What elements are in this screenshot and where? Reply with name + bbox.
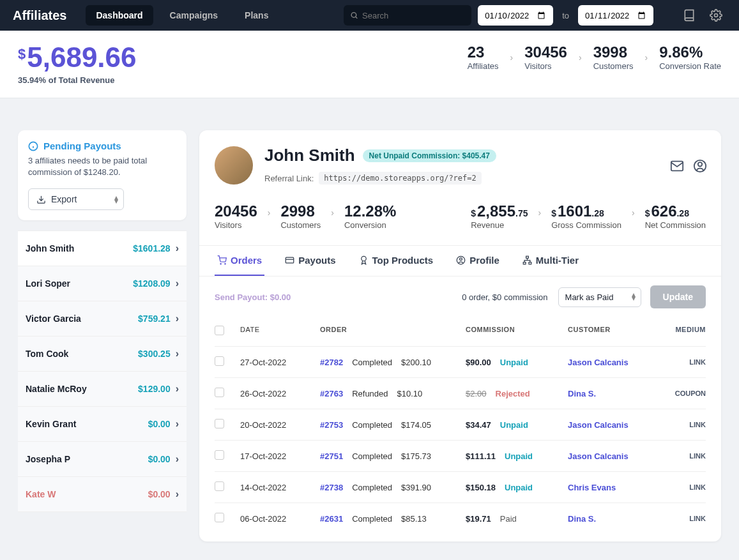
app-logo: Affiliates [13, 8, 66, 23]
commission-amount: $90.00 [466, 358, 491, 367]
summary-stat: 9.86%Conversion Rate [659, 43, 721, 71]
docs-icon[interactable] [679, 5, 699, 26]
summary-amount: 5,689.66 [27, 43, 136, 72]
tab-profile[interactable]: Profile [453, 246, 502, 276]
affiliate-row[interactable]: Tom Cook$300.25› [18, 337, 187, 372]
date-from-input[interactable] [478, 5, 553, 26]
customer-link[interactable]: Dina S. [568, 514, 596, 524]
row-checkbox[interactable] [215, 419, 224, 428]
search-icon [350, 11, 358, 20]
summary-stat: 23Affiliates [468, 43, 499, 71]
commission-status: Unpaid [500, 358, 528, 367]
row-checkbox[interactable] [215, 356, 224, 366]
affiliate-amount: $1208.09 [133, 278, 170, 289]
customer-link[interactable]: Chris Evans [568, 483, 616, 492]
stat-visitors: 20456 Visitors [215, 202, 257, 230]
cell-date: 27-Oct-2022 [240, 358, 320, 367]
row-checkbox[interactable] [215, 481, 224, 491]
svg-rect-19 [529, 262, 531, 264]
order-amount: $174.05 [401, 420, 431, 430]
commission-status: Rejected [496, 389, 530, 398]
profile-stats: 20456 Visitors › 2998 Customers › 12.28%… [199, 200, 721, 243]
cell-medium: LINK [660, 421, 706, 428]
table-row: 17-Oct-2022#2751Completed$175.73$111.11U… [215, 440, 706, 471]
action-row: Send Payout: $0.00 0 order, $0 commissio… [199, 276, 721, 317]
summary-total: $ 5,689.66 35.94% of Total Revenue [18, 43, 137, 85]
chevron-right-icon: › [176, 383, 179, 395]
row-checkbox[interactable] [215, 513, 224, 522]
affiliate-amount: $0.00 [148, 489, 171, 499]
commission-amount: $2.00 [466, 389, 487, 398]
affiliate-row[interactable]: Josepha P$0.00› [18, 442, 187, 477]
svg-rect-12 [286, 257, 294, 263]
order-link[interactable]: #2631 [320, 514, 343, 524]
order-amount: $175.73 [401, 451, 431, 461]
table-row: 14-Oct-2022#2738Completed$391.90$150.18U… [215, 471, 706, 503]
affiliate-row[interactable]: Lori Soper$1208.09› [18, 266, 187, 301]
mail-icon[interactable] [670, 159, 683, 172]
customer-link[interactable]: Jason Calcanis [568, 358, 629, 367]
th-customer: CUSTOMER [568, 326, 660, 338]
nav-dashboard[interactable]: Dashboard [86, 5, 153, 26]
settings-icon[interactable] [706, 5, 726, 26]
affiliate-row[interactable]: Natalie McRoy$129.00› [18, 372, 187, 407]
table-row: 27-Oct-2022#2782Completed$200.10$90.00Un… [215, 346, 706, 377]
chevron-right-icon: › [630, 202, 636, 218]
pending-title: Pending Payouts [43, 140, 121, 151]
customer-link[interactable]: Dina S. [568, 389, 596, 398]
search-input[interactable] [358, 11, 465, 20]
affiliate-amount: $0.00 [148, 454, 171, 464]
row-checkbox[interactable] [215, 388, 224, 397]
svg-line-1 [356, 17, 358, 19]
tab-top-products[interactable]: Top Products [356, 246, 436, 276]
profile-name: John Smith [264, 146, 355, 165]
svg-point-0 [351, 13, 356, 18]
nav-plans[interactable]: Plans [234, 5, 278, 26]
user-icon[interactable] [693, 159, 706, 172]
cell-medium: LINK [660, 358, 706, 366]
affiliate-amount: $1601.28 [133, 243, 170, 254]
affiliate-row[interactable]: Kate W$0.00› [18, 477, 187, 512]
tab-payouts[interactable]: Payouts [282, 246, 338, 276]
referral-link[interactable]: https://demo.storeapps.org/?ref=2 [319, 172, 481, 185]
update-button[interactable]: Update [650, 285, 706, 308]
export-button[interactable]: Export ▴▾ [28, 188, 124, 210]
select-all-checkbox[interactable] [215, 326, 224, 335]
date-to-input[interactable] [578, 5, 653, 26]
order-amount: $85.13 [401, 514, 427, 524]
order-link[interactable]: #2782 [320, 358, 343, 367]
th-medium: MEDIUM [660, 326, 706, 338]
order-link[interactable]: #2753 [320, 420, 343, 430]
search-box[interactable] [344, 5, 471, 26]
pending-payouts-card: Pending Payouts 3 affiliates needs to be… [18, 130, 187, 220]
send-payout-link[interactable]: Send Payout: $0.00 [215, 292, 291, 302]
commission-amount: $111.11 [466, 451, 496, 461]
commission-status: Paid [500, 514, 517, 524]
commission-status: Unpaid [505, 483, 533, 492]
download-icon [36, 195, 46, 204]
affiliate-row[interactable]: Kevin Grant$0.00› [18, 407, 187, 442]
order-link[interactable]: #2763 [320, 389, 343, 398]
affiliate-row[interactable]: John Smith$1601.28› [18, 231, 187, 266]
tab-multi-tier[interactable]: Multi-Tier [520, 246, 581, 276]
card-icon [285, 255, 294, 265]
order-link[interactable]: #2738 [320, 483, 343, 492]
mark-as-paid-select[interactable]: Mark as Paid ▴▾ [558, 287, 641, 307]
nav-campaigns[interactable]: Campaigns [160, 5, 228, 26]
orders-table: DATE ORDER COMMISSION CUSTOMER MEDIUM 27… [199, 317, 721, 541]
customer-link[interactable]: Jason Calcanis [568, 420, 629, 430]
svg-point-10 [220, 264, 221, 264]
order-status: Completed [352, 514, 392, 524]
svg-rect-18 [523, 262, 526, 264]
row-checkbox[interactable] [215, 450, 224, 460]
order-link[interactable]: #2751 [320, 451, 343, 461]
chevron-right-icon: › [509, 52, 515, 63]
order-status: Completed [352, 420, 392, 430]
svg-point-11 [225, 264, 225, 264]
tree-icon [522, 255, 532, 265]
affiliate-amount: $129.00 [138, 384, 171, 394]
customer-link[interactable]: Jason Calcanis [568, 451, 629, 461]
affiliate-row[interactable]: Victor Garcia$759.21› [18, 301, 187, 337]
info-icon [28, 141, 38, 151]
tab-orders[interactable]: Orders [215, 246, 264, 276]
